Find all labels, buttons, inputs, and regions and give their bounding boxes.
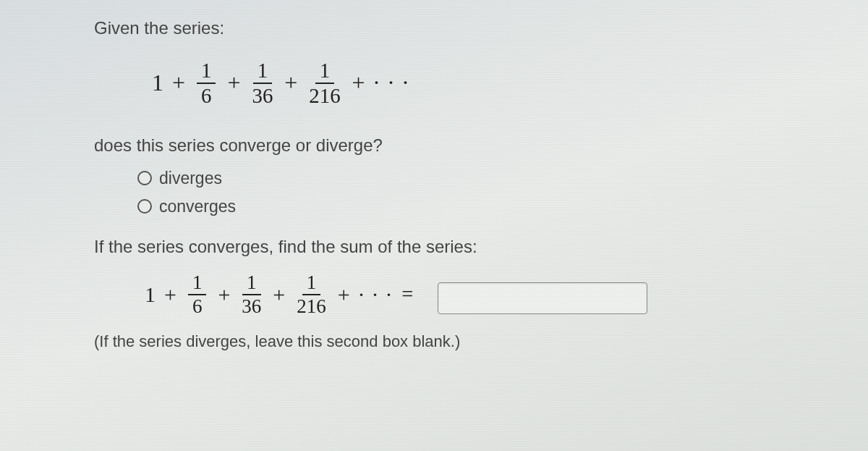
fraction-1: 1 6 xyxy=(197,60,216,106)
option-converges[interactable]: converges xyxy=(137,197,781,216)
sum-instruction: If the series converges, find the sum of… xyxy=(94,237,781,257)
radio-icon xyxy=(137,171,152,185)
numerator: 1 xyxy=(315,60,334,84)
series-lead: 1 xyxy=(152,69,163,96)
sum-answer-row: 1 + 1 6 + 1 36 + 1 216 + · · · = xyxy=(94,273,781,324)
series-expression-bottom: 1 + 1 6 + 1 36 + 1 216 + · · · = xyxy=(145,273,416,316)
fraction-1: 1 6 xyxy=(188,273,207,316)
hint-text: (If the series diverges, leave this seco… xyxy=(94,332,781,351)
fraction-3: 1 216 xyxy=(309,60,340,106)
plus-op: + xyxy=(161,282,179,307)
ellipsis: · · · xyxy=(374,69,410,96)
denominator: 36 xyxy=(242,295,261,316)
ellipsis: · · · xyxy=(359,282,393,307)
plus-op: + xyxy=(169,69,188,96)
denominator: 6 xyxy=(192,295,203,316)
series-expression-top: 1 + 1 6 + 1 36 + 1 216 + · · · xyxy=(152,60,781,106)
plus-op: + xyxy=(224,69,243,96)
denominator: 216 xyxy=(297,295,326,316)
plus-op: + xyxy=(281,69,300,96)
option-label: diverges xyxy=(159,169,222,188)
denominator: 216 xyxy=(309,84,340,106)
prompt-text: Given the series: xyxy=(94,18,781,38)
option-diverges[interactable]: diverges xyxy=(137,169,781,188)
fraction-3: 1 216 xyxy=(297,273,326,316)
numerator: 1 xyxy=(253,60,272,84)
plus-op: + xyxy=(335,282,353,307)
numerator: 1 xyxy=(242,273,261,295)
denominator: 36 xyxy=(252,84,273,106)
plus-op: + xyxy=(270,282,288,307)
option-label: converges xyxy=(159,197,236,216)
plus-op: + xyxy=(349,69,368,96)
numerator: 1 xyxy=(197,60,216,84)
numerator: 1 xyxy=(188,273,207,295)
series-lead: 1 xyxy=(145,282,156,307)
plus-op: + xyxy=(215,282,233,307)
convergence-question: does this series converge or diverge? xyxy=(94,135,781,156)
numerator: 1 xyxy=(302,273,321,295)
equals-sign: = xyxy=(399,283,416,306)
denominator: 6 xyxy=(201,84,211,106)
radio-group: diverges converges xyxy=(137,169,781,216)
fraction-2: 1 36 xyxy=(242,273,261,316)
sum-input[interactable] xyxy=(438,282,647,314)
fraction-2: 1 36 xyxy=(252,60,273,106)
radio-icon xyxy=(137,199,152,214)
